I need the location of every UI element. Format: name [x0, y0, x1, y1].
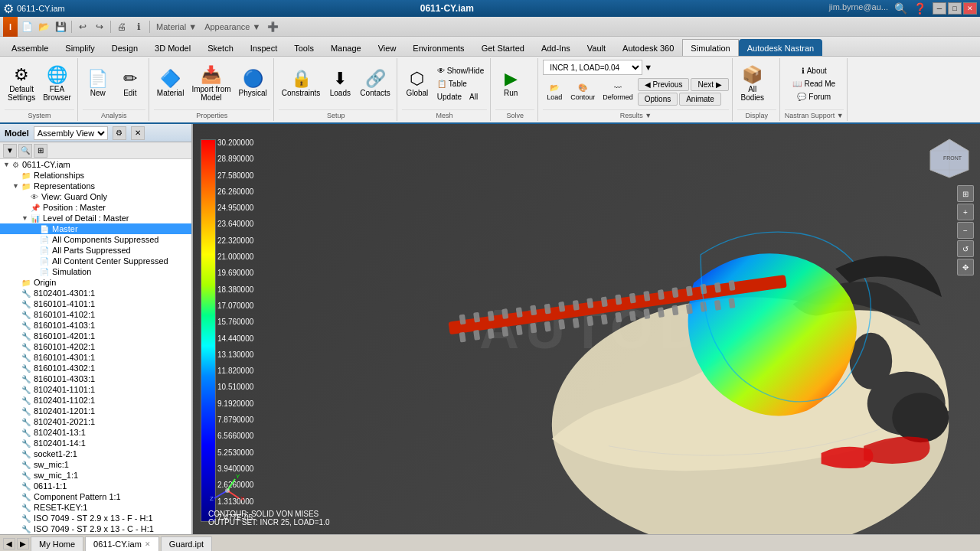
qa-open-button[interactable]: 📂	[36, 19, 51, 34]
table-button[interactable]: 📋 Table	[434, 78, 487, 90]
tree-item-position_master[interactable]: 📌Position : Master	[0, 202, 191, 213]
tab-vault[interactable]: Vault	[579, 39, 614, 56]
constraints-button[interactable]: 🔒 Constraints	[279, 63, 324, 106]
load-button[interactable]: 📂 Load	[543, 77, 566, 107]
tree-item-part17[interactable]: 🔧sw_mic:1	[0, 459, 191, 470]
tab-my-home[interactable]: My Home	[31, 536, 83, 552]
contacts-button[interactable]: 🔗 Contacts	[357, 63, 393, 106]
tree-item-all_content[interactable]: 📄All Content Center Suppressed	[0, 256, 191, 266]
panel-tool-btn1[interactable]: ⚙	[113, 126, 126, 140]
tree-item-view_guard[interactable]: 👁View: Guard Only	[0, 191, 191, 202]
tree-item-part23[interactable]: 🔧ISO 7049 - ST 2.9 x 13 - C - H:1	[0, 523, 191, 534]
tree-expand-arrow[interactable]: ▼	[3, 161, 11, 168]
tab-guard-ipt[interactable]: Guard.ipt	[161, 536, 212, 552]
read-me-button[interactable]: 📖 Read Me	[789, 78, 838, 90]
new-analysis-button[interactable]: 📄 New	[83, 63, 113, 106]
tab-3dmodel[interactable]: 3D Model	[146, 39, 199, 56]
viewport[interactable]: AUTODESK 30.200000 28.890000 27.580000 2…	[193, 124, 980, 534]
tab-design[interactable]: Design	[103, 39, 146, 56]
fea-browser-button[interactable]: 🌐 FEABrowser	[40, 63, 74, 106]
tree-expand-arrow[interactable]: ▼	[12, 182, 20, 190]
tree-item-part22[interactable]: 🔧ISO 7049 - ST 2.9 x 13 - F - H:1	[0, 513, 191, 523]
tree-item-part3[interactable]: 🔧8160101-4102:1	[0, 309, 191, 320]
appearance-dropdown[interactable]: Appearance ▼	[201, 22, 263, 31]
tree-item-part4[interactable]: 🔧8160101-4103:1	[0, 320, 191, 331]
tree-item-simulation[interactable]: 📄Simulation	[0, 266, 191, 277]
tab-get-started[interactable]: Get Started	[473, 39, 533, 56]
tree-expand-arrow[interactable]: ▼	[21, 214, 29, 222]
tab-nav-left[interactable]: ◀	[3, 538, 15, 549]
material-button[interactable]: 🔷 Material	[154, 63, 188, 106]
qa-extra-button[interactable]: ➕	[265, 19, 280, 34]
zoom-in-button[interactable]: +	[957, 204, 974, 220]
tree-item-relationships[interactable]: 📁Relationships	[0, 170, 191, 181]
close-button[interactable]: ✕	[963, 2, 977, 15]
deformed-button[interactable]: 〰 Deformed	[599, 77, 636, 107]
tree-item-all_components[interactable]: 📄All Components Suppressed	[0, 234, 191, 245]
tab-inspect[interactable]: Inspect	[242, 39, 286, 56]
tree-item-part9[interactable]: 🔧8160101-4303:1	[0, 373, 191, 384]
tree-item-master[interactable]: 📄Master	[0, 223, 191, 234]
search-panel-btn[interactable]: 🔍	[18, 144, 32, 158]
zoom-out-button[interactable]: −	[957, 222, 974, 239]
expand-btn[interactable]: ⊞	[34, 144, 47, 158]
app-menu-button[interactable]: I	[3, 17, 18, 37]
qa-save-button[interactable]: 💾	[53, 19, 68, 34]
qa-new-button[interactable]: 📄	[19, 19, 34, 34]
tree-item-part5[interactable]: 🔧8160101-4201:1	[0, 331, 191, 341]
qa-properties-button[interactable]: ℹ	[131, 19, 146, 34]
material-dropdown[interactable]: Material ▼	[153, 22, 200, 31]
tab-manage[interactable]: Manage	[322, 39, 370, 56]
global-button[interactable]: ⬡ Global	[402, 63, 433, 106]
assembly-view-select[interactable]: Assembly View	[34, 126, 108, 140]
run-button[interactable]: ▶ Run	[495, 63, 526, 106]
tree-item-part16[interactable]: 🔧socket1-2:1	[0, 448, 191, 459]
contour-button[interactable]: 🎨 Contour	[567, 77, 598, 107]
animate-button[interactable]: Animate	[679, 93, 721, 106]
zoom-fit-button[interactable]: ⊞	[957, 185, 974, 202]
tab-environments[interactable]: Environments	[404, 39, 472, 56]
physical-button[interactable]: 🔵 Physical	[236, 63, 270, 106]
default-settings-button[interactable]: ⚙ DefaultSettings	[5, 63, 38, 106]
tree-item-part15[interactable]: 🔧8102401-14:1	[0, 438, 191, 448]
tree-item-part12[interactable]: 🔧8102401-1201:1	[0, 406, 191, 416]
tab-simulation[interactable]: Simulation	[682, 39, 738, 56]
tree-item-part7[interactable]: 🔧8160101-4301:1	[0, 352, 191, 363]
tab-autodesk360[interactable]: Autodesk 360	[614, 39, 682, 56]
tree-item-part13[interactable]: 🔧8102401-2021:1	[0, 416, 191, 427]
tree-item-part11[interactable]: 🔧8102401-1102:1	[0, 395, 191, 406]
update-button[interactable]: Update	[434, 91, 465, 103]
tree-item-part21[interactable]: 🔧RESET-KEY:1	[0, 502, 191, 513]
tree-item-lod_master[interactable]: ▼📊Level of Detail : Master	[0, 213, 191, 223]
panel-tool-btn2[interactable]: ✕	[131, 126, 145, 140]
tab-view[interactable]: View	[370, 39, 405, 56]
maximize-button[interactable]: □	[948, 2, 962, 15]
tree-item-representations[interactable]: ▼📁Representations	[0, 181, 191, 191]
tab-simplify[interactable]: Simplify	[57, 39, 103, 56]
increment-select[interactable]: INCR 1, LOAD=0.04	[543, 60, 642, 75]
show-hide-button[interactable]: 👁 Show/Hide	[434, 65, 487, 77]
tab-assemble[interactable]: Assemble	[3, 39, 57, 56]
qa-undo-button[interactable]: ↩	[75, 19, 90, 34]
tab-add-ins[interactable]: Add-Ins	[533, 39, 579, 56]
minimize-button[interactable]: ─	[933, 2, 946, 15]
tab-tools[interactable]: Tools	[286, 39, 322, 56]
tab-nastran[interactable]: Autodesk Nastran	[739, 39, 822, 56]
about-button[interactable]: ℹ About	[799, 65, 830, 77]
tree-item-part18[interactable]: 🔧sw_mic_1:1	[0, 470, 191, 481]
import-from-model-button[interactable]: 📥 Import fromModel	[188, 63, 234, 106]
tree-item-part20[interactable]: 🔧Component Pattern 1:1	[0, 491, 191, 502]
tree-item-all_parts[interactable]: 📄All Parts Suppressed	[0, 245, 191, 256]
options-button[interactable]: Options	[638, 93, 678, 106]
previous-button[interactable]: ◀ Previous	[638, 78, 690, 91]
tree-item-part10[interactable]: 🔧8102401-1101:1	[0, 384, 191, 395]
next-button[interactable]: Next ▶	[691, 78, 728, 91]
iam-tab-close[interactable]: ✕	[145, 540, 151, 548]
filter-btn[interactable]: ▼	[3, 144, 17, 158]
tab-sketch[interactable]: Sketch	[199, 39, 242, 56]
search-icon[interactable]: 🔍	[894, 2, 907, 15]
loads-button[interactable]: ⬇ Loads	[325, 63, 355, 106]
edit-analysis-button[interactable]: ✏ Edit	[115, 63, 145, 106]
pan-button[interactable]: ✥	[957, 259, 974, 276]
qa-print-button[interactable]: 🖨	[114, 19, 129, 34]
